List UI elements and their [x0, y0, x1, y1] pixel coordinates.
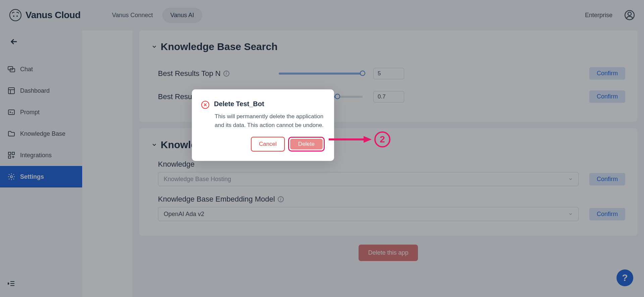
annotation-arrow [329, 135, 372, 143]
modal-body: This will permanently delete the applica… [215, 112, 325, 129]
modal-title: Delete Test_Bot [214, 100, 264, 109]
warning-icon: ✕ [201, 101, 209, 109]
delete-modal: ✕ Delete Test_Bot This will permanently … [192, 89, 334, 161]
cancel-button[interactable]: Cancel [251, 137, 285, 152]
svg-marker-14 [364, 136, 372, 143]
annotation-step-badge: 2 [374, 131, 390, 147]
delete-button[interactable]: Delete [290, 139, 323, 150]
